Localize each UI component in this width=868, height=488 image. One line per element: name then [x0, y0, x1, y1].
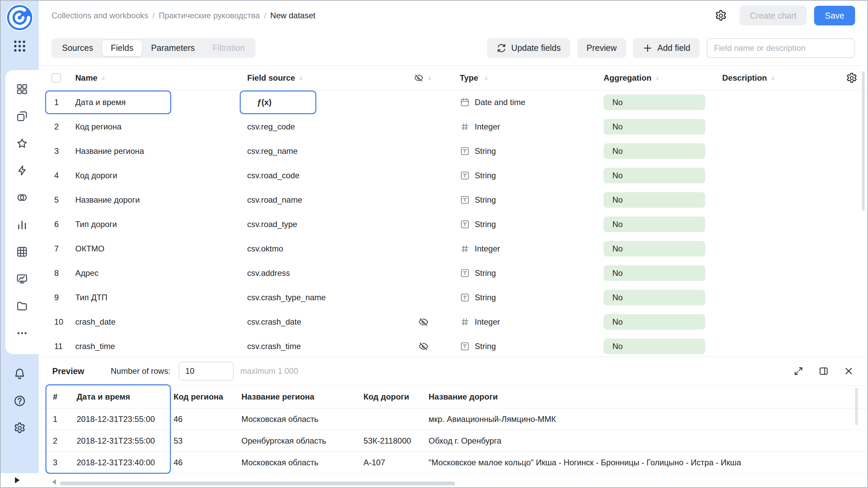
aggregation-pill[interactable]: No: [604, 192, 705, 208]
aggregation-cell[interactable]: No: [598, 143, 715, 159]
horizontal-scrollbar[interactable]: [60, 482, 455, 485]
split-view-icon[interactable]: [818, 366, 829, 376]
column-header-aggregation[interactable]: Aggregation: [598, 73, 715, 83]
field-type[interactable]: Date and time: [442, 97, 598, 107]
breadcrumb-collections[interactable]: Collections and workbooks: [52, 11, 148, 20]
select-all-checkbox[interactable]: [52, 73, 61, 83]
field-type[interactable]: Integer: [442, 122, 598, 132]
table-vertical-scrollbar[interactable]: [862, 72, 865, 210]
field-type[interactable]: String: [442, 268, 598, 278]
field-name[interactable]: Код региона: [75, 122, 244, 131]
field-source[interactable]: csv.reg_name: [244, 146, 405, 156]
tab-parameters[interactable]: Parameters: [142, 40, 203, 56]
field-type[interactable]: String: [442, 195, 598, 205]
workbooks-grid-icon[interactable]: [16, 83, 28, 95]
field-source[interactable]: csv.address: [244, 268, 405, 278]
aggregation-cell[interactable]: No: [598, 168, 715, 183]
add-field-button[interactable]: Add field: [633, 38, 700, 58]
visibility-cell[interactable]: [405, 317, 442, 327]
field-name[interactable]: Название региона: [75, 146, 244, 156]
tab-sources[interactable]: Sources: [53, 40, 102, 56]
field-type[interactable]: String: [442, 292, 598, 303]
apps-grid-icon[interactable]: [12, 39, 27, 54]
expand-icon[interactable]: [793, 366, 804, 376]
aggregation-cell[interactable]: No: [598, 217, 715, 232]
field-type[interactable]: String: [442, 170, 598, 181]
field-row[interactable]: 5 Название дороги csv.road_name String N…: [39, 188, 867, 212]
aggregation-pill[interactable]: No: [604, 339, 705, 354]
field-type[interactable]: String: [442, 341, 598, 351]
more-dots-icon[interactable]: [16, 327, 28, 339]
preview-button[interactable]: Preview: [577, 38, 626, 58]
field-row[interactable]: 7 ОКТМО csv.oktmo Integer No: [39, 237, 867, 261]
field-source[interactable]: csv.road_code: [244, 171, 405, 180]
aggregation-pill[interactable]: No: [604, 119, 705, 135]
expand-sidebar-icon[interactable]: [15, 477, 20, 483]
favorites-star-icon[interactable]: [16, 137, 28, 149]
dataset-settings-gear-icon[interactable]: [714, 9, 727, 22]
aggregation-pill[interactable]: No: [604, 143, 705, 159]
field-row[interactable]: 11 crash_time csv.crash_time String No: [39, 334, 867, 357]
field-type[interactable]: String: [442, 219, 598, 229]
field-type[interactable]: Integer: [442, 244, 598, 254]
aggregation-pill[interactable]: No: [604, 314, 705, 330]
aggregation-pill[interactable]: No: [604, 265, 705, 281]
field-source[interactable]: csv.road_type: [244, 220, 405, 229]
field-row[interactable]: 9 Тип ДТП csv.crash_type_name String No: [39, 285, 867, 310]
scroll-left-icon[interactable]: [52, 479, 56, 485]
tab-fields[interactable]: Fields: [102, 40, 142, 56]
charts-bar-icon[interactable]: [16, 219, 28, 231]
field-name[interactable]: Адрес: [75, 268, 244, 278]
settings-gear-icon[interactable]: [13, 422, 26, 434]
help-question-icon[interactable]: [13, 394, 26, 407]
aggregation-cell[interactable]: No: [598, 290, 715, 305]
column-header-type[interactable]: Type: [442, 73, 598, 83]
field-row[interactable]: 2 Код региона csv.reg_code Integer No: [39, 115, 867, 139]
aggregation-cell[interactable]: No: [598, 265, 715, 281]
aggregation-cell[interactable]: No: [598, 314, 715, 330]
aggregation-pill[interactable]: No: [604, 95, 705, 110]
field-row[interactable]: 4 Код дороги csv.road_code String No: [39, 163, 867, 188]
visibility-cell[interactable]: [405, 341, 442, 351]
aggregation-pill[interactable]: No: [604, 290, 705, 305]
table-settings-gear-icon[interactable]: [846, 72, 858, 84]
field-row[interactable]: 6 Тип дороги csv.road_type String No: [39, 212, 867, 237]
aggregation-cell[interactable]: No: [598, 119, 715, 135]
update-fields-button[interactable]: Update fields: [487, 38, 570, 58]
datasets-circles-icon[interactable]: [16, 191, 28, 204]
field-name[interactable]: Тип дороги: [75, 220, 244, 229]
aggregation-cell[interactable]: No: [598, 339, 715, 354]
field-row[interactable]: 3 Название региона csv.reg_name String N…: [39, 139, 867, 163]
tables-grid-icon[interactable]: [16, 246, 28, 258]
field-name[interactable]: crash_time: [75, 342, 244, 351]
preview-vertical-scrollbar[interactable]: [855, 388, 858, 425]
aggregation-cell[interactable]: No: [598, 192, 715, 208]
field-row[interactable]: 8 Адрес csv.address String No: [39, 261, 867, 285]
field-type[interactable]: Integer: [442, 317, 598, 327]
collections-icon[interactable]: [16, 110, 28, 122]
field-name[interactable]: Тип ДТП: [75, 293, 244, 302]
aggregation-cell[interactable]: No: [598, 95, 715, 110]
dashboards-monitor-icon[interactable]: [16, 273, 28, 285]
column-header-description[interactable]: Description: [715, 73, 831, 83]
storage-folder-icon[interactable]: [16, 300, 28, 312]
create-chart-button[interactable]: Create chart: [739, 6, 807, 25]
connections-zap-icon[interactable]: [16, 164, 28, 177]
aggregation-cell[interactable]: No: [598, 241, 715, 257]
field-row[interactable]: 10 crash_date csv.crash_date Integer No: [39, 310, 867, 334]
field-name[interactable]: Дата и время: [75, 98, 244, 107]
field-name[interactable]: Название дороги: [75, 195, 244, 205]
notifications-bell-icon[interactable]: [13, 367, 26, 380]
field-name[interactable]: Код дороги: [75, 171, 244, 180]
datalens-logo[interactable]: [6, 4, 33, 31]
field-source[interactable]: csv.oktmo: [244, 244, 405, 253]
aggregation-pill[interactable]: No: [604, 241, 705, 257]
breadcrumb-workbook[interactable]: Практические руководства: [159, 11, 260, 20]
field-row[interactable]: 1 Дата и время ƒ(x) Date and time No: [39, 90, 867, 115]
field-source[interactable]: csv.reg_code: [244, 122, 405, 131]
field-type[interactable]: String: [442, 146, 598, 156]
aggregation-pill[interactable]: No: [604, 217, 705, 232]
column-header-visibility[interactable]: [405, 73, 442, 83]
field-source[interactable]: csv.crash_type_name: [244, 293, 405, 302]
close-icon[interactable]: [844, 366, 854, 376]
